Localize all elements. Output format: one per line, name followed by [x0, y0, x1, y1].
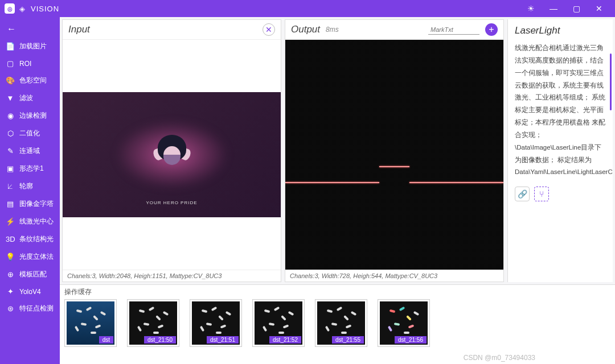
thumb-label: dst_21:50: [144, 336, 176, 344]
sidebar-label: 轮廓: [19, 181, 33, 191]
maximize-button[interactable]: ▢: [565, 0, 588, 17]
output-title: Output: [291, 24, 320, 35]
input-title: Input: [68, 24, 90, 35]
sidebar-item-7[interactable]: ▣形态学1: [0, 160, 60, 177]
thumb-4[interactable]: dst_21:55: [315, 299, 367, 347]
input-canvas[interactable]: YOUR HERO PRIDE: [63, 40, 281, 270]
sidebar-label: 二值化: [19, 129, 40, 138]
sidebar-label: 模板匹配: [19, 270, 47, 279]
sidebar-item-8[interactable]: ⟀轮廓: [0, 177, 60, 195]
sidebar-icon: ⊕: [6, 270, 15, 279]
character-image: [155, 135, 189, 175]
output-panel: Output 8ms + Chanels:3, Width:728, Heigh…: [285, 19, 504, 282]
input-close-button[interactable]: ✕: [263, 23, 275, 36]
hero-text: YOUR HERO PRIDE: [146, 200, 197, 206]
thumb-label: dst_21:55: [332, 336, 364, 344]
sidebar-label: YoloV4: [19, 288, 41, 296]
input-panel: Input ✕ YOUR HERO PRIDE Chanels:3, Width…: [62, 19, 281, 282]
sidebar-icon: ▼: [6, 94, 15, 102]
back-button[interactable]: ←: [0, 20, 60, 38]
close-button[interactable]: ✕: [588, 0, 610, 17]
sidebar-item-0[interactable]: 📄加载图片: [0, 38, 60, 55]
sidebar: ← 📄加载图片▢ROI🎨色彩空间▼滤波◉边缘检测⬡二值化✎连通域▣形态学1⟀轮廓…: [0, 17, 60, 364]
sidebar-item-6[interactable]: ✎连通域: [0, 142, 60, 160]
titlebar: ◎ ◈ VISION ☀ — ▢ ✕: [0, 0, 615, 17]
sidebar-item-15[interactable]: ⊛特征点检测: [0, 300, 60, 317]
sidebar-item-11[interactable]: 3D条纹结构光: [0, 230, 60, 248]
sidebar-label: 图像金字塔: [19, 199, 54, 209]
sidebar-label: 线激光中心: [19, 217, 54, 226]
sidebar-label: 边缘检测: [19, 111, 47, 121]
sidebar-label: 条纹结构光: [19, 234, 54, 244]
laser-line: [409, 182, 503, 183]
thumb-label: dst_21:51: [207, 336, 239, 344]
sidebar-icon: ▤: [6, 200, 15, 208]
sidebar-icon: ✦: [6, 287, 15, 296]
output-canvas[interactable]: [285, 40, 503, 270]
laser-line: [379, 166, 410, 167]
app-title: VISION: [31, 5, 59, 13]
sidebar-icon: 💡: [6, 253, 15, 261]
add-button[interactable]: +: [485, 23, 498, 36]
sidebar-item-5[interactable]: ⬡二值化: [0, 125, 60, 142]
sidebar-item-13[interactable]: ⊕模板匹配: [0, 266, 60, 283]
sidebar-icon: ▣: [6, 164, 15, 173]
sidebar-item-4[interactable]: ◉边缘检测: [0, 107, 60, 125]
sidebar-label: 加载图片: [19, 42, 47, 51]
thumb-label: dst_21:52: [269, 336, 301, 344]
output-footer: Chanels:3, Width:728, Heigh:544, Mattype…: [285, 270, 503, 282]
sidebar-icon: 📄: [6, 42, 15, 51]
thumb-3[interactable]: dst_21:52: [252, 299, 305, 347]
sidebar-icon: 3D: [6, 235, 15, 243]
sidebar-icon: ⚡: [6, 217, 15, 226]
sidebar-icon: 🎨: [6, 76, 15, 85]
sidebar-icon: ✎: [6, 147, 15, 155]
scrollbar[interactable]: [610, 53, 612, 110]
mark-text-input[interactable]: [428, 25, 479, 35]
sidebar-icon: ⊛: [6, 304, 15, 313]
link-tool-button[interactable]: 🔗: [515, 187, 530, 201]
cache-title: 操作缓存: [64, 287, 610, 297]
sidebar-item-12[interactable]: 💡光度立体法: [0, 248, 60, 266]
app-logo-icon: ◎: [5, 3, 15, 14]
sidebar-label: 色彩空间: [19, 76, 47, 85]
thumb-5[interactable]: dst_21:56: [378, 299, 430, 347]
sidebar-label: 特征点检测: [19, 304, 54, 313]
thumb-label: dst: [99, 336, 113, 344]
info-description: 线激光配合相机通过激光三角法实现高度数据的捕获，结合一个伺服轴，即可实现三维点云…: [515, 42, 606, 179]
sidebar-item-10[interactable]: ⚡线激光中心: [0, 213, 60, 230]
cache-panel: 操作缓存 dstdst_21:50dst_21:51dst_21:52dst_2…: [60, 284, 615, 364]
sidebar-icon: ▢: [6, 59, 15, 68]
thumb-0[interactable]: dst: [64, 299, 117, 347]
theme-icon[interactable]: ☀: [519, 0, 542, 17]
sidebar-label: 形态学1: [19, 164, 44, 173]
sidebar-item-1[interactable]: ▢ROI: [0, 55, 60, 72]
sidebar-label: ROI: [19, 60, 31, 68]
sidebar-icon: ⬡: [6, 129, 15, 138]
branch-tool-button[interactable]: ⑂: [534, 187, 549, 201]
thumb-2[interactable]: dst_21:51: [190, 299, 242, 347]
output-time: 8ms: [326, 26, 339, 34]
diamond-icon: ◈: [19, 5, 25, 13]
sidebar-item-14[interactable]: ✦YoloV4: [0, 283, 60, 300]
sidebar-icon: ◉: [6, 111, 15, 120]
info-pane: LaserLight 线激光配合相机通过激光三角法实现高度数据的捕获，结合一个伺…: [507, 19, 613, 282]
minimize-button[interactable]: —: [542, 0, 565, 17]
sidebar-item-2[interactable]: 🎨色彩空间: [0, 72, 60, 89]
sidebar-label: 连通域: [19, 146, 40, 156]
info-title: LaserLight: [515, 25, 606, 36]
sidebar-item-9[interactable]: ▤图像金字塔: [0, 195, 60, 213]
thumb-label: dst_21:56: [395, 336, 427, 344]
sidebar-label: 滤波: [19, 93, 33, 103]
thumb-1[interactable]: dst_21:50: [127, 299, 179, 347]
sidebar-icon: ⟀: [6, 182, 15, 191]
sidebar-label: 光度立体法: [19, 252, 54, 262]
input-footer: Chanels:3, Width:2048, Heigh:1151, Matty…: [63, 270, 281, 282]
sidebar-item-3[interactable]: ▼滤波: [0, 89, 60, 107]
laser-line: [285, 182, 379, 183]
